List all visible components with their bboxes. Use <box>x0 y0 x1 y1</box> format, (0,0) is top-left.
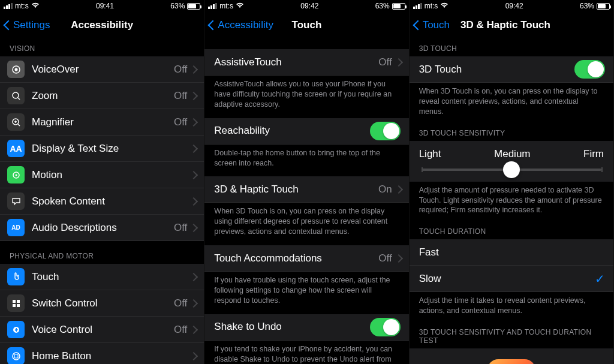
footer-accommodations: If you have trouble using the touch scre… <box>204 272 408 314</box>
section-header-motor: PHYSICAL AND MOTOR <box>0 241 204 264</box>
toggle-3d-touch[interactable] <box>574 60 605 79</box>
chevron-right-icon <box>191 224 195 231</box>
chevron-left-icon <box>209 19 216 31</box>
audio-description-icon: AD <box>7 219 25 236</box>
footer-sensitivity: Adjust the amount of pressure needed to … <box>410 182 613 224</box>
carrier-label: mt:s <box>219 2 233 10</box>
signal-icon <box>4 3 13 9</box>
row-spoken-content[interactable]: Spoken Content <box>0 188 204 215</box>
row-3d-haptic-touch[interactable]: 3D & Haptic Touch On <box>204 176 408 203</box>
row-value: Off <box>378 56 392 68</box>
row-duration-fast[interactable]: Fast <box>410 239 613 266</box>
chevron-right-icon <box>191 145 195 152</box>
row-voiceover[interactable]: VoiceOver Off <box>0 56 204 83</box>
back-button[interactable]: Settings <box>5 19 50 31</box>
toggle-reachability[interactable] <box>370 122 401 140</box>
row-shake-to-undo[interactable]: Shake to Undo <box>204 314 408 341</box>
footer-assistive: AssistiveTouch allows you to use your iP… <box>204 76 408 118</box>
toggle-shake-to-undo[interactable] <box>370 318 401 336</box>
row-reachability[interactable]: Reachability <box>204 118 408 145</box>
chevron-right-icon <box>396 185 401 193</box>
text-size-icon: AA <box>7 140 25 157</box>
signal-icon <box>208 3 217 9</box>
row-label: Voice Control <box>32 324 174 336</box>
sensitivity-slider[interactable] <box>422 169 601 171</box>
section-header-duration: TOUCH DURATION <box>410 224 613 239</box>
row-label: Touch <box>32 271 191 283</box>
row-motion[interactable]: Motion <box>0 162 204 188</box>
row-assistive-touch[interactable]: AssistiveTouch Off <box>204 49 408 76</box>
svg-point-1 <box>14 68 17 71</box>
chevron-right-icon <box>191 171 195 179</box>
battery-icon <box>392 3 405 10</box>
back-button[interactable]: Touch <box>414 19 450 31</box>
section-header-vision: VISION <box>0 38 204 56</box>
row-label: Switch Control <box>32 297 174 309</box>
svg-point-2 <box>13 92 19 98</box>
signal-icon <box>413 3 422 9</box>
svg-rect-15 <box>15 329 16 331</box>
wifi-icon <box>31 2 40 10</box>
zoom-icon <box>7 87 25 104</box>
row-touch-accommodations[interactable]: Touch Accommodations Off <box>204 245 408 272</box>
row-voice-control[interactable]: Voice Control Off <box>0 317 204 343</box>
carrier-label: mt:s <box>15 2 29 10</box>
panel-3d-haptic: mt:s 09:42 63% Touch 3D & Haptic Touch 3… <box>410 0 614 364</box>
page-title: Accessibility <box>71 19 133 31</box>
slider-thumb[interactable] <box>503 161 520 178</box>
chevron-left-icon <box>414 19 422 31</box>
row-label: Audio Descriptions <box>32 222 174 234</box>
row-display-text-size[interactable]: AA Display & Text Size <box>0 136 204 162</box>
chevron-right-icon <box>191 65 195 73</box>
footer-haptic: When 3D Touch is on, you can press on th… <box>204 203 408 245</box>
svg-rect-17 <box>17 329 18 330</box>
grid-icon <box>7 294 25 312</box>
voiceover-icon <box>7 61 25 78</box>
row-touch[interactable]: Touch <box>0 264 204 290</box>
row-label: Display & Text Size <box>32 143 191 155</box>
row-value: Off <box>174 222 187 234</box>
slider-label-light: Light <box>419 148 441 160</box>
section-header-sensitivity: 3D TOUCH SENSITIVITY <box>410 125 613 141</box>
svg-rect-13 <box>17 304 20 307</box>
checkmark-icon: ✓ <box>595 272 605 286</box>
row-label: 3D Touch <box>419 64 574 76</box>
row-switch-control[interactable]: Switch Control Off <box>0 290 204 317</box>
test-preview-icon[interactable] <box>487 359 535 364</box>
magnifier-icon <box>7 113 25 131</box>
status-time: 09:42 <box>505 2 523 10</box>
svg-rect-10 <box>13 300 16 303</box>
row-value: Off <box>174 116 187 128</box>
chevron-right-icon <box>191 197 195 205</box>
row-home-button[interactable]: Home Button <box>0 343 204 364</box>
row-value: Off <box>174 64 187 76</box>
chevron-right-icon <box>191 326 195 333</box>
row-label: Zoom <box>32 90 174 102</box>
panel-touch: mt:s 09:42 63% Accessibility Touch Assis… <box>204 0 409 364</box>
row-3d-touch[interactable]: 3D Touch <box>410 56 613 83</box>
chevron-right-icon <box>191 299 195 307</box>
svg-rect-12 <box>13 304 16 307</box>
status-bar: mt:s 09:42 63% <box>410 0 613 12</box>
back-label: Settings <box>13 19 50 31</box>
chevron-right-icon <box>191 352 195 360</box>
slider-label-medium: Medium <box>494 148 530 160</box>
row-magnifier[interactable]: Magnifier Off <box>0 109 204 136</box>
motion-icon <box>7 166 25 183</box>
panel-accessibility: mt:s 09:41 63% Settings Accessibility VI… <box>0 0 204 364</box>
chevron-right-icon <box>396 58 401 66</box>
row-value: Off <box>174 297 187 309</box>
row-value: Off <box>174 90 187 102</box>
back-button[interactable]: Accessibility <box>209 19 273 31</box>
row-audio-descriptions[interactable]: AD Audio Descriptions Off <box>0 215 204 241</box>
row-duration-slow[interactable]: Slow ✓ <box>410 266 613 292</box>
row-value: Off <box>174 324 187 336</box>
chevron-right-icon <box>191 118 195 126</box>
chevron-right-icon <box>396 254 401 262</box>
row-zoom[interactable]: Zoom Off <box>0 83 204 109</box>
section-header-3d-touch: 3D TOUCH <box>410 38 613 56</box>
footer-reachability: Double-tap the home button to bring the … <box>204 145 408 177</box>
row-label: VoiceOver <box>32 64 174 76</box>
row-label: Reachability <box>214 125 369 137</box>
status-time: 09:41 <box>96 2 114 10</box>
